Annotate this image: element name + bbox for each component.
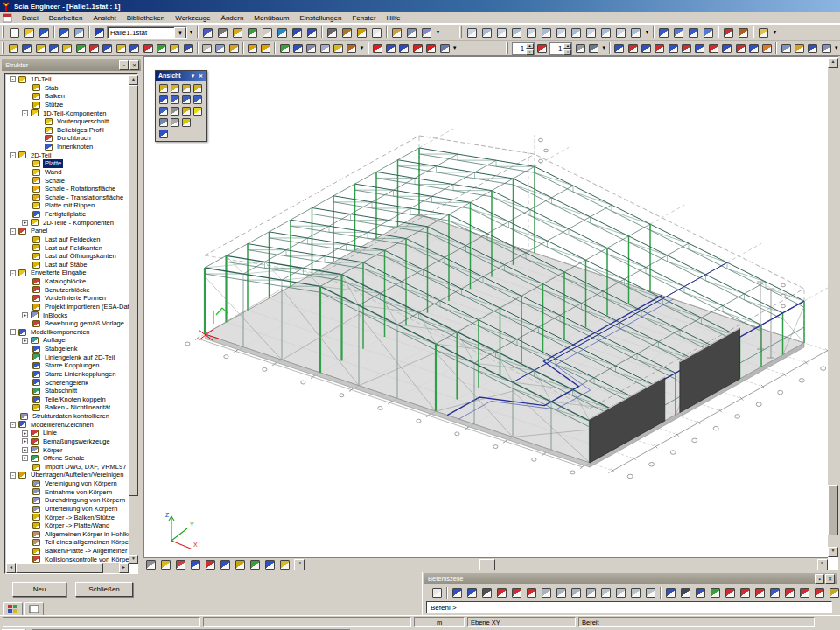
snap-cross-button[interactable] (708, 586, 723, 600)
step-spinner[interactable]: 1▲▼ (550, 42, 572, 55)
chevron-down-icon[interactable]: ▼ (771, 25, 779, 39)
expand-box[interactable]: - (10, 270, 16, 276)
expand-box[interactable]: + (22, 438, 28, 444)
tree-item[interactable]: Last auf Öffnungskanten (6, 252, 129, 261)
wired-view-button[interactable] (158, 128, 169, 139)
snap-ortho-button[interactable] (693, 586, 708, 600)
select-polygon-button[interactable] (227, 41, 240, 55)
spin-down-icon[interactable]: ▼ (526, 49, 534, 55)
view-y-button[interactable] (180, 82, 192, 94)
refine-red-button[interactable] (707, 41, 720, 55)
menu-werkzeuge[interactable]: Werkzeuge (170, 13, 215, 23)
tree-item[interactable]: -2D-Teil (6, 151, 129, 160)
tree-item[interactable]: Balken/Platte -> Allgemeiner Körper (6, 547, 129, 556)
draw-rectangle-button[interactable] (397, 41, 410, 55)
befehlszeile-header[interactable]: Befehlszeile ▪ ✕ (424, 573, 836, 584)
redo-button[interactable] (72, 25, 87, 39)
open-folder-button[interactable] (22, 25, 37, 39)
toolbar-grip[interactable] (459, 26, 462, 38)
draw-parallel-button[interactable] (384, 41, 397, 55)
picture-gallery-button[interactable] (245, 25, 260, 39)
line-nw-button[interactable] (539, 586, 554, 600)
window-cascade-button[interactable] (494, 25, 509, 39)
tree-item[interactable]: Beliebiges Profil (6, 126, 129, 135)
close-icon[interactable]: ✕ (825, 574, 835, 584)
chevron-down-icon[interactable]: ▼ (833, 41, 840, 55)
window-dock-button[interactable] (598, 25, 613, 39)
mesh-generate-button[interactable] (277, 41, 290, 55)
expand-box[interactable]: - (10, 152, 16, 158)
clip-object-button[interactable] (144, 557, 158, 571)
spin-up-icon[interactable]: ▲ (526, 43, 534, 49)
paste-attributes-button[interactable] (671, 25, 686, 39)
line-ne-button[interactable] (554, 586, 569, 600)
window-restore-button[interactable] (628, 25, 643, 39)
pin-icon[interactable]: ▪ (119, 60, 129, 70)
tree-item[interactable]: Starre Kopplungen (6, 361, 129, 370)
tree-item[interactable]: Platte (6, 159, 129, 168)
expand-box[interactable]: - (22, 110, 28, 116)
tree-item[interactable]: -Modellkomponenten (6, 328, 129, 337)
snap-lines-button[interactable] (259, 41, 272, 55)
rigid-red-button[interactable] (733, 41, 746, 55)
tree-item[interactable]: +2D-Teile - Komponenten (6, 219, 129, 228)
snap-grid-button[interactable] (678, 586, 693, 600)
menu-einstellungen[interactable]: Einstellungen (294, 13, 346, 23)
expand-box[interactable]: - (10, 76, 16, 82)
expand-box[interactable]: + (22, 430, 28, 437)
draw-grid-button[interactable] (438, 41, 451, 55)
clip-box-button[interactable] (180, 105, 192, 116)
undo-button[interactable] (57, 25, 72, 39)
expand-box[interactable]: - (10, 472, 16, 479)
selection-level-button[interactable] (573, 41, 586, 55)
tree-scroll-thumb[interactable] (129, 85, 138, 496)
chevron-down-icon[interactable]: ▼ (434, 25, 442, 39)
calculation-run-button[interactable] (291, 41, 304, 55)
menu-ansicht[interactable]: Ansicht (88, 13, 121, 23)
rotate-button[interactable] (34, 41, 47, 55)
snap-endpoint-button[interactable] (797, 586, 812, 600)
scale-spinner[interactable]: 1▲▼ (512, 42, 535, 55)
snap-trim-button[interactable] (827, 586, 840, 600)
esa-window-button[interactable] (200, 25, 215, 39)
tree-hscroll-thumb[interactable] (16, 564, 103, 573)
zoom-window-button[interactable] (192, 94, 203, 105)
mirror-button[interactable] (47, 41, 60, 55)
tree-item[interactable]: Liniengelenk auf 2D-Teil (6, 354, 129, 362)
view-x-button[interactable] (169, 82, 180, 94)
snap-perpendicular-button[interactable] (812, 586, 827, 600)
point-definition-button[interactable] (612, 41, 626, 55)
document-gallery-button[interactable] (230, 25, 245, 39)
zoom-out-button[interactable] (180, 94, 192, 105)
tree-item[interactable]: Starre Linienkopplungen (6, 370, 129, 379)
zoom-all-button[interactable] (158, 105, 169, 116)
tree-item[interactable]: Last auf Stäbe (6, 261, 129, 270)
chevron-down-icon[interactable]: ▼ (452, 41, 458, 55)
menu-bibliotheken[interactable]: Bibliotheken (122, 13, 171, 23)
print-preview-button[interactable] (340, 25, 354, 39)
polyline-four-button[interactable] (643, 586, 658, 600)
vector-three-button[interactable] (524, 586, 539, 600)
copy-attributes-button[interactable] (656, 25, 671, 39)
copy-button[interactable] (20, 41, 33, 55)
ansicht-palette-header[interactable]: Ansicht ▼ ✕ (156, 71, 206, 80)
command-input[interactable] (426, 601, 832, 613)
toolbar-grip[interactable] (2, 26, 4, 38)
tree-item[interactable]: Balken - Nichtlinearität (6, 403, 129, 412)
tree-item[interactable]: Bewehrung gemäß Vorlage (6, 319, 129, 328)
toolbar-grip[interactable] (2, 42, 4, 54)
copy-format-button[interactable] (686, 25, 701, 39)
tree-item[interactable]: +Bemaßungswerkzeuge (6, 438, 129, 446)
snap-node-two-button[interactable] (738, 586, 752, 600)
menu-hilfe[interactable]: Hilfe (382, 13, 406, 23)
array-button[interactable] (128, 41, 141, 55)
offset-button[interactable] (115, 41, 128, 55)
window-close-button[interactable] (465, 25, 480, 39)
join-button[interactable] (181, 41, 194, 55)
tree-item[interactable]: Schale - Translationsfläche (6, 193, 129, 202)
cube-view-button[interactable] (277, 557, 292, 571)
document-info-button[interactable] (419, 25, 434, 39)
scroll-right-icon[interactable]: ► (817, 559, 828, 570)
tree-item[interactable]: Projekt importieren (ESA-Datei) (6, 303, 129, 312)
draw-circle-button[interactable] (411, 41, 424, 55)
